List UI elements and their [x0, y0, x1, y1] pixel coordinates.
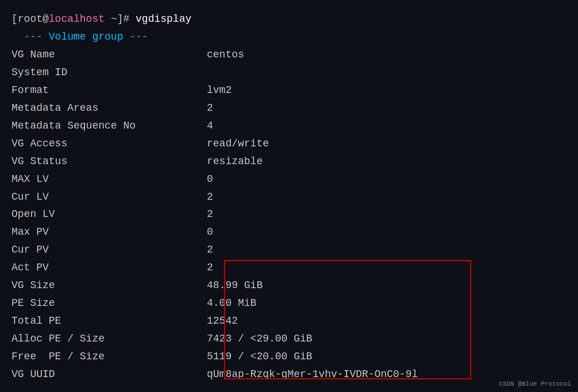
- watermark: CSDN @Blue Protocol: [499, 381, 571, 387]
- row-label: VG Size: [11, 277, 207, 294]
- table-row: Free PE / Size5119 / <20.00 GiB: [11, 348, 567, 366]
- table-row: Metadata Areas2: [11, 99, 567, 117]
- row-value: resizable: [207, 153, 263, 170]
- table-row: VG Statusresizable: [11, 153, 567, 170]
- row-value: lvm2: [207, 81, 232, 99]
- row-label: VG UUID: [11, 366, 207, 383]
- table-row: Open LV2: [11, 205, 567, 223]
- row-value: 2: [207, 188, 213, 206]
- row-label: Format: [11, 81, 207, 99]
- prompt-bracket: [root@: [11, 10, 49, 28]
- row-value: 2: [207, 99, 213, 117]
- prompt-path: ~]#: [105, 10, 136, 28]
- data-rows: VG NamecentosSystem IDFormatlvm2Metadata…: [11, 46, 567, 383]
- table-row: MAX LV0: [11, 170, 567, 188]
- row-label: Metadata Sequence No: [11, 117, 207, 135]
- terminal-window: [root@localhost ~]# vgdisplay --- Volume…: [0, 0, 578, 392]
- table-row: VG Size48.99 GiB: [11, 277, 567, 294]
- row-value: 0: [207, 170, 213, 188]
- separator-text: --- Volume group ---: [11, 28, 148, 46]
- vg-separator: --- Volume group ---: [11, 28, 567, 46]
- row-value: 2: [207, 241, 213, 259]
- row-label: VG Access: [11, 135, 207, 153]
- row-value: 5119 / <20.00 GiB: [207, 348, 313, 366]
- row-label: VG Name: [11, 46, 207, 64]
- row-label: Metadata Areas: [11, 99, 207, 117]
- row-label: Total PE: [11, 312, 207, 330]
- row-label: Open LV: [11, 205, 207, 223]
- table-row: VG Accessread/write: [11, 135, 567, 153]
- row-value: 4.00 MiB: [207, 294, 256, 312]
- row-label: Cur LV: [11, 188, 207, 206]
- table-row: PE Size4.00 MiB: [11, 294, 567, 312]
- table-row: VG Namecentos: [11, 46, 567, 64]
- table-row: Cur PV2: [11, 241, 567, 259]
- prompt-host: localhost: [49, 10, 105, 28]
- table-row: Formatlvm2: [11, 81, 567, 99]
- row-label: System ID: [11, 64, 207, 81]
- table-row: Metadata Sequence No4: [11, 117, 567, 135]
- table-row: VG UUIDqUm8ap-Rzqk-gMer-1vhv-IVDR-OnC0-9…: [11, 366, 567, 383]
- row-value: centos: [207, 46, 244, 64]
- row-label: Alloc PE / Size: [11, 330, 207, 348]
- row-label: Max PV: [11, 223, 207, 241]
- row-value: 4: [207, 117, 213, 135]
- table-row: Max PV0: [11, 223, 567, 241]
- row-label: PE Size: [11, 294, 207, 312]
- table-row: Cur LV2: [11, 188, 567, 206]
- command-text: vgdisplay: [136, 10, 191, 28]
- row-label: Cur PV: [11, 241, 207, 259]
- table-row: Alloc PE / Size7423 / <29.00 GiB: [11, 330, 567, 348]
- row-value: 48.99 GiB: [207, 277, 263, 294]
- row-value: 2: [207, 259, 213, 277]
- table-row: Act PV2: [11, 259, 567, 277]
- row-value: 12542: [207, 312, 238, 330]
- row-value: 0: [207, 223, 213, 241]
- row-value: qUm8ap-Rzqk-gMer-1vhv-IVDR-OnC0-9l: [207, 366, 418, 383]
- row-value: 2: [207, 205, 213, 223]
- row-label: VG Status: [11, 153, 207, 170]
- row-label: MAX LV: [11, 170, 207, 188]
- row-label: Act PV: [11, 259, 207, 277]
- prompt-line: [root@localhost ~]# vgdisplay: [11, 10, 567, 28]
- row-value: read/write: [207, 135, 269, 153]
- table-row: Total PE12542: [11, 312, 567, 330]
- row-label: Free PE / Size: [11, 348, 207, 366]
- row-value: 7423 / <29.00 GiB: [207, 330, 313, 348]
- table-row: System ID: [11, 64, 567, 81]
